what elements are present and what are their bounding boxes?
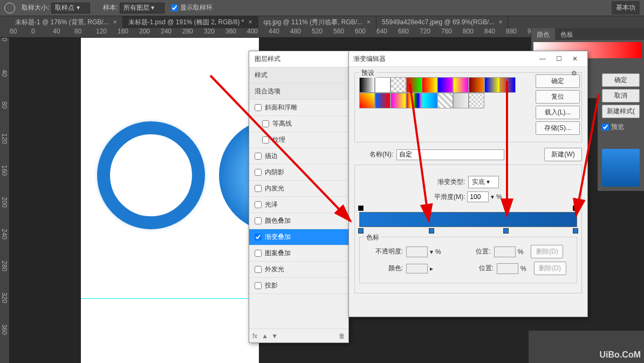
ruler-tick: 160 xyxy=(118,28,128,35)
preset-swatch[interactable] xyxy=(437,93,453,108)
close-icon[interactable]: × xyxy=(367,18,371,26)
guide[interactable] xyxy=(81,298,259,299)
ls-item[interactable]: 斜面和浮雕 xyxy=(249,100,348,116)
preset-swatch[interactable] xyxy=(390,93,406,108)
preset-swatch[interactable] xyxy=(453,77,469,93)
opacity-stop[interactable] xyxy=(573,206,578,211)
ruler-tick: 760 xyxy=(441,28,452,35)
ls-item[interactable]: 外发光 xyxy=(249,262,348,278)
ls-item[interactable]: 图案叠加 xyxy=(249,245,348,262)
preset-swatch[interactable] xyxy=(359,93,375,108)
ruler-tick: 200 xyxy=(139,28,150,35)
preset-swatch[interactable] xyxy=(484,77,500,93)
preset-swatch[interactable] xyxy=(469,77,484,93)
close-icon[interactable]: × xyxy=(498,18,502,26)
close-icon[interactable]: × xyxy=(113,18,117,26)
ls-item[interactable]: 颜色叠加 xyxy=(249,213,348,229)
chevron-down-icon[interactable]: ▾ xyxy=(491,193,494,201)
ls-item[interactable]: 内阴影 xyxy=(249,165,348,181)
document-tabs: 未标题-1 @ 176% (背景, RGB/...× 未标题-1.psd @ 1… xyxy=(0,16,644,28)
tab-doc-4[interactable]: 55949a428e4c7.jpeg @ 69.9%(RGB/...× xyxy=(376,16,508,28)
preset-swatch[interactable] xyxy=(422,93,437,108)
ls-checkbox[interactable] xyxy=(255,217,262,224)
ls-item[interactable]: 纹理 xyxy=(249,132,348,148)
ls-item[interactable]: 等高线 xyxy=(249,116,348,132)
ls-checkbox[interactable] xyxy=(262,136,269,143)
preset-swatch[interactable] xyxy=(437,77,453,93)
delete-button[interactable]: 删除(D) xyxy=(531,245,563,258)
ls-item[interactable]: 光泽 xyxy=(249,197,348,213)
tab-doc-1[interactable]: 未标题-1 @ 176% (背景, RGB/...× xyxy=(10,16,123,28)
close-icon[interactable]: × xyxy=(249,18,252,26)
color-swatch[interactable] xyxy=(406,264,428,273)
new-button[interactable]: 新建(W) xyxy=(544,148,582,161)
preset-swatch[interactable] xyxy=(406,77,422,93)
arrow-up-icon[interactable]: ▲ xyxy=(262,332,268,340)
preset-swatch[interactable] xyxy=(453,93,469,108)
tab-doc-3[interactable]: qq.jpg @ 111% (秀川临摹, RGB/...× xyxy=(258,16,377,28)
type-select[interactable]: 实底 ▾ xyxy=(468,176,499,188)
ls-item[interactable]: 投影 xyxy=(249,278,348,294)
preset-swatch[interactable] xyxy=(375,93,390,108)
delete-button[interactable]: 删除(D) xyxy=(534,262,566,275)
color-stop[interactable] xyxy=(358,228,364,234)
preset-swatch[interactable] xyxy=(500,77,516,93)
position-input[interactable] xyxy=(494,246,516,257)
ruler-vertical[interactable]: 04080120160200240280320360 xyxy=(0,38,10,363)
ls-checkbox[interactable] xyxy=(255,250,262,257)
color-stop[interactable] xyxy=(503,228,509,234)
preset-swatch[interactable] xyxy=(469,93,484,108)
ls-checkbox[interactable] xyxy=(255,201,262,208)
ls-checkbox[interactable] xyxy=(255,282,262,289)
preset-swatch[interactable] xyxy=(406,93,422,108)
gradient-bar[interactable] xyxy=(359,212,577,227)
preset-swatch[interactable] xyxy=(390,77,406,93)
preset-swatch[interactable] xyxy=(359,77,375,93)
preset-swatch[interactable] xyxy=(422,77,437,93)
ls-checkbox[interactable] xyxy=(255,266,262,273)
close-icon[interactable]: ✕ xyxy=(567,53,583,64)
cancel-button[interactable]: 取消 xyxy=(602,89,640,102)
fx-icon[interactable]: fx xyxy=(252,332,257,340)
ls-checkbox[interactable] xyxy=(255,234,262,241)
ls-checkbox[interactable] xyxy=(255,104,262,111)
tab-color[interactable]: 颜色 xyxy=(531,28,555,40)
workspace-switch[interactable]: 基本功 xyxy=(612,1,640,15)
ls-label: 等高线 xyxy=(272,119,292,128)
ls-item[interactable]: 渐变叠加 xyxy=(249,229,348,245)
ls-label: 渐变叠加 xyxy=(265,232,291,242)
opacity-stop[interactable] xyxy=(358,206,364,211)
ls-checkbox[interactable] xyxy=(255,169,262,176)
trash-icon[interactable]: 🗑 xyxy=(339,332,345,340)
position-input[interactable] xyxy=(497,263,518,274)
tab-doc-2[interactable]: 未标题-1.psd @ 191% (椭圆 2, RGB/8) *× xyxy=(123,16,258,28)
ls-checkbox[interactable] xyxy=(262,120,269,127)
color-stop[interactable] xyxy=(429,228,434,234)
color-stop[interactable] xyxy=(573,228,578,234)
ls-styles-header[interactable]: 样式 xyxy=(249,67,348,84)
minimize-icon[interactable]: — xyxy=(535,53,551,64)
ls-item[interactable]: 内发光 xyxy=(249,181,348,197)
maximize-icon[interactable]: ☐ xyxy=(551,53,567,64)
sample-size-select[interactable]: 取样点 ▾ xyxy=(51,3,90,13)
dialog-title: 图层样式 xyxy=(249,51,348,67)
gear-icon[interactable]: ⚙ xyxy=(571,70,577,77)
preview-checkbox[interactable]: 预览 xyxy=(602,122,640,132)
ls-label: 描边 xyxy=(265,152,278,161)
smooth-input[interactable] xyxy=(467,191,489,202)
sample-select[interactable]: 所有图层 ▾ xyxy=(120,3,165,13)
ok-button[interactable]: 确定 xyxy=(602,73,640,87)
ls-item[interactable]: 描边 xyxy=(249,148,348,165)
tab-swatches[interactable]: 色板 xyxy=(555,28,579,40)
opacity-label: 不透明度: xyxy=(364,247,403,256)
ls-blend-header[interactable]: 混合选项 xyxy=(249,84,348,100)
opacity-input[interactable] xyxy=(406,246,428,257)
name-input[interactable] xyxy=(396,149,504,160)
show-sampling-ring-checkbox[interactable]: 显示取样环 xyxy=(171,3,213,12)
new-style-button[interactable]: 新建样式( xyxy=(602,105,640,118)
ls-checkbox[interactable] xyxy=(255,153,262,160)
brush-preview-icon[interactable] xyxy=(4,3,15,13)
preset-swatch[interactable] xyxy=(375,77,390,93)
ls-checkbox[interactable] xyxy=(255,185,262,192)
arrow-down-icon[interactable]: ▼ xyxy=(271,332,278,340)
